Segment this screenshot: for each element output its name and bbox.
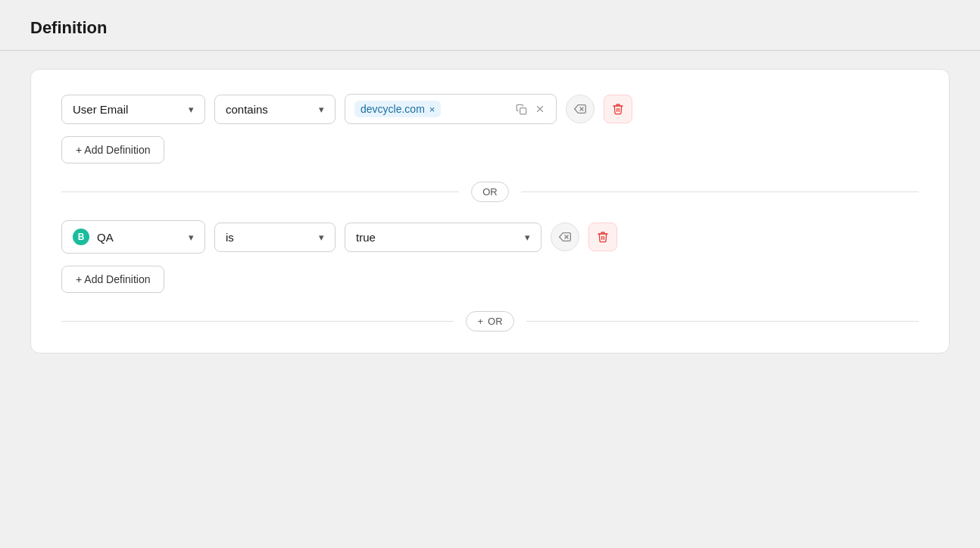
- condition-group-2: B QA ▾ is ▾ true ▾: [61, 220, 919, 293]
- or-divider: OR: [61, 182, 919, 202]
- chevron-icon-3: ▾: [189, 232, 194, 243]
- value-dropdown-2[interactable]: true ▾: [345, 223, 541, 252]
- operator-dropdown-2[interactable]: is ▾: [214, 223, 336, 252]
- chevron-icon-4: ▾: [319, 232, 324, 243]
- tag-actions-1: [514, 102, 547, 117]
- delete-button-2[interactable]: [588, 223, 617, 251]
- value-label-2: true: [356, 231, 376, 244]
- operator-dropdown-1[interactable]: contains ▾: [214, 95, 336, 124]
- or-add-line-right: [526, 321, 919, 322]
- clear-button-1[interactable]: [533, 102, 547, 116]
- operator-label-1: contains: [226, 103, 268, 116]
- header-divider: [0, 50, 980, 51]
- or-line-left: [61, 191, 459, 192]
- property-label-1: User Email: [73, 103, 128, 116]
- chevron-icon-5: ▾: [525, 232, 530, 243]
- operator-label-2: is: [226, 231, 234, 244]
- or-line-right: [521, 191, 919, 192]
- copy-button-1[interactable]: [514, 102, 529, 117]
- chevron-icon-1: ▾: [189, 104, 194, 115]
- property-label-2: QA: [97, 231, 114, 244]
- tag-input-1[interactable]: devcycle.com ×: [345, 94, 557, 124]
- or-add-button[interactable]: + OR: [466, 311, 513, 332]
- property-icon-2: B: [73, 229, 89, 245]
- or-add-line-left: [61, 321, 454, 322]
- tag-value-1: devcycle.com ×: [354, 101, 441, 117]
- svg-rect-0: [520, 107, 526, 114]
- or-add-divider: + OR: [61, 311, 919, 332]
- or-badge: OR: [471, 182, 509, 202]
- condition-row-1: User Email ▾ contains ▾ devcycle.com ×: [61, 94, 919, 124]
- add-definition-button-2[interactable]: + Add Definition: [61, 266, 164, 293]
- chevron-icon-2: ▾: [319, 104, 324, 115]
- backspace-button-1[interactable]: [566, 95, 595, 123]
- definition-card: User Email ▾ contains ▾ devcycle.com ×: [30, 69, 950, 353]
- page-title: Definition: [30, 18, 950, 38]
- tag-close-1[interactable]: ×: [429, 104, 435, 114]
- add-definition-button-1[interactable]: + Add Definition: [61, 136, 164, 163]
- backspace-button-2[interactable]: [551, 223, 579, 251]
- property-dropdown-2[interactable]: B QA ▾: [61, 220, 205, 254]
- delete-button-1[interactable]: [604, 95, 632, 123]
- condition-group-1: User Email ▾ contains ▾ devcycle.com ×: [61, 94, 919, 163]
- property-dropdown-1[interactable]: User Email ▾: [61, 95, 205, 124]
- condition-row-2: B QA ▾ is ▾ true ▾: [61, 220, 919, 254]
